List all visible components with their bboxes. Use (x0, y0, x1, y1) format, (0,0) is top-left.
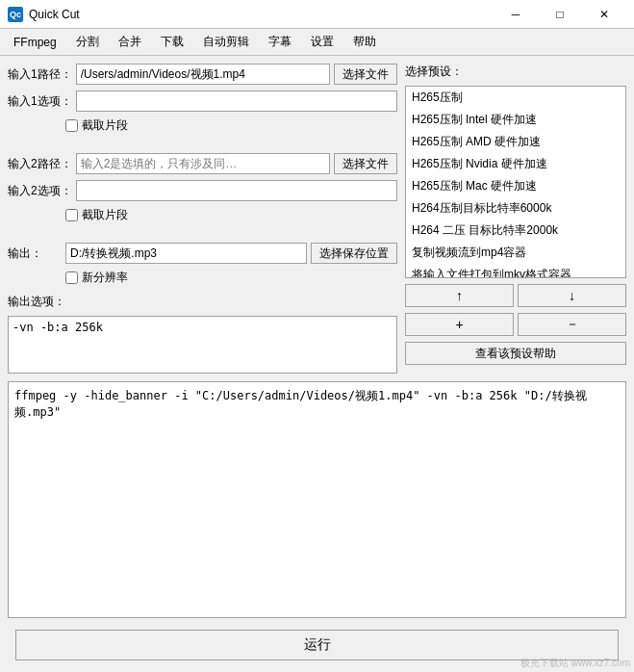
new-resolution-checkbox[interactable] (65, 271, 78, 284)
input1-clip-row: 截取片段 (65, 117, 397, 134)
input1-path-field[interactable] (76, 64, 330, 85)
preset-add-remove-controls: + － (405, 313, 626, 336)
preset-list[interactable]: H265压制H265压制 Intel 硬件加速H265压制 AMD 硬件加速H2… (405, 86, 626, 278)
command-box: ffmpeg -y -hide_banner -i "C:/Users/admi… (8, 381, 626, 618)
input1-select-button[interactable]: 选择文件 (334, 64, 397, 85)
window-controls: ─ □ ✕ (494, 0, 626, 29)
output-row: 输出： 选择保存位置 (8, 243, 397, 264)
top-section: 输入1路径： 选择文件 输入1选项： 截取片段 输入2路径： 选择文件 (8, 64, 626, 374)
menu-item-设置[interactable]: 设置 (301, 30, 343, 54)
input2-options-field[interactable] (76, 180, 397, 201)
command-text: ffmpeg -y -hide_banner -i "C:/Users/admi… (14, 389, 587, 419)
output-field[interactable] (65, 243, 307, 264)
input2-path-field[interactable] (76, 153, 330, 174)
preset-item[interactable]: H265压制 Nvidia 硬件加速 (406, 153, 625, 175)
menu-item-帮助[interactable]: 帮助 (343, 30, 386, 54)
preset-item[interactable]: H264压制目标比特率6000k (406, 197, 625, 220)
output-label: 输出： (8, 246, 62, 262)
preset-item[interactable]: H265压制 Intel 硬件加速 (406, 109, 625, 131)
preset-item[interactable]: H265压制 Mac 硬件加速 (406, 175, 625, 197)
menu-item-分割[interactable]: 分割 (66, 30, 109, 54)
output-options-label: 输出选项： (8, 294, 65, 310)
main-content: 输入1路径： 选择文件 输入1选项： 截取片段 输入2路径： 选择文件 (0, 56, 634, 672)
menu-item-自动剪辑[interactable]: 自动剪辑 (193, 30, 259, 54)
input2-options-row: 输入2选项： (8, 180, 397, 201)
input2-path-label: 输入2路径： (8, 156, 72, 172)
output-select-button[interactable]: 选择保存位置 (311, 243, 397, 264)
input2-options-label: 输入2选项： (8, 183, 72, 199)
minimize-button[interactable]: ─ (494, 0, 538, 29)
input2-clip-row: 截取片段 (65, 207, 397, 223)
app-icon: Qc (8, 7, 23, 22)
preset-item[interactable]: 复制视频流到mp4容器 (406, 242, 625, 264)
preset-item[interactable]: H265压制 AMD 硬件加速 (406, 131, 625, 153)
preset-item[interactable]: H264 二压 目标比特率2000k (406, 220, 625, 242)
watermark: 极光下载站 www.xz7.com (520, 657, 630, 670)
preset-move-controls: ↑ ↓ (405, 284, 626, 307)
preset-add-button[interactable]: + (405, 313, 514, 336)
input2-select-button[interactable]: 选择文件 (334, 153, 397, 174)
new-resolution-label: 新分辨率 (82, 270, 128, 286)
output-options-textarea[interactable] (8, 316, 397, 374)
new-resolution-row: 新分辨率 (65, 270, 397, 286)
input2-clip-checkbox[interactable] (65, 209, 78, 221)
preset-help-button[interactable]: 查看该预设帮助 (405, 342, 626, 365)
preset-item[interactable]: 将输入文件打包到mkv格式容器 (406, 264, 625, 278)
menu-item-字幕[interactable]: 字幕 (259, 30, 301, 54)
input1-options-field[interactable] (76, 90, 397, 112)
left-panel: 输入1路径： 选择文件 输入1选项： 截取片段 输入2路径： 选择文件 (8, 64, 397, 374)
preset-remove-button[interactable]: － (518, 313, 626, 336)
menu-item-下载[interactable]: 下载 (151, 30, 193, 54)
input2-path-row: 输入2路径： 选择文件 (8, 153, 397, 174)
input1-options-row: 输入1选项： (8, 90, 397, 112)
maximize-button[interactable]: □ (538, 0, 582, 29)
output-options-row: 输出选项： (8, 294, 397, 310)
input1-path-row: 输入1路径： 选择文件 (8, 64, 397, 85)
menu-item-合并[interactable]: 合并 (109, 30, 151, 54)
input1-options-label: 输入1选项： (8, 93, 72, 110)
preset-up-button[interactable]: ↑ (405, 284, 514, 307)
right-panel: 选择预设： H265压制H265压制 Intel 硬件加速H265压制 AMD … (405, 64, 626, 374)
title-bar-left: Qc Quick Cut (8, 7, 80, 22)
title-bar: Qc Quick Cut ─ □ ✕ (0, 0, 634, 29)
input2-clip-label: 截取片段 (82, 207, 128, 223)
input1-clip-label: 截取片段 (82, 117, 128, 134)
input1-clip-checkbox[interactable] (65, 119, 78, 132)
app-title: Quick Cut (29, 8, 80, 21)
close-button[interactable]: ✕ (582, 0, 626, 29)
menu-bar: FFmpeg分割合并下载自动剪辑字幕设置帮助 (0, 29, 634, 56)
input1-path-label: 输入1路径： (8, 66, 72, 83)
preset-item[interactable]: H265压制 (406, 87, 625, 109)
preset-label: 选择预设： (405, 64, 626, 80)
menu-item-FFmpeg[interactable]: FFmpeg (4, 32, 66, 53)
preset-down-button[interactable]: ↓ (518, 284, 626, 307)
